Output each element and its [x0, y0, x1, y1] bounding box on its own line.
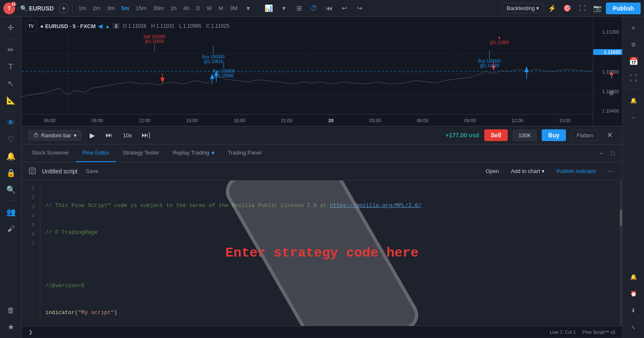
timeframe-30m[interactable]: 30m [151, 4, 166, 13]
timeframe-dropdown[interactable]: ▾ [242, 2, 255, 15]
timeframe-d[interactable]: D [194, 4, 203, 13]
compare-button[interactable]: ⚡ [545, 2, 559, 15]
time-12b: 12:00 [512, 118, 523, 123]
tab-replay-trading[interactable]: Replay Trading [166, 144, 221, 162]
chart-type-dropdown[interactable]: ▾ [277, 2, 291, 15]
price-scale-icon[interactable]: 📍 [604, 68, 619, 83]
sell-button[interactable]: Sell [484, 129, 508, 141]
buy-button[interactable]: Buy [542, 129, 566, 141]
replay-dot [212, 152, 214, 154]
tab-trading-panel[interactable]: Trading Panel [221, 144, 268, 162]
symbol-selector[interactable]: 🔍 EURUSD [17, 3, 57, 13]
chart-type-button[interactable]: 📊 [262, 2, 275, 15]
tab-pine-editor[interactable]: Pine Editor [76, 144, 116, 162]
clock-icon[interactable]: ⏰ [626, 286, 641, 301]
expand-icon[interactable]: ↔ [626, 110, 641, 125]
timeframe-15m[interactable]: 15m [133, 4, 149, 13]
minimize-panel-button[interactable]: − [595, 147, 607, 159]
star-tool[interactable]: ★ [3, 320, 18, 335]
maximize-panel-button[interactable]: □ [607, 147, 619, 159]
code-content[interactable]: // This Pine Script™ code is subject to … [40, 181, 622, 326]
publish-indicator-button[interactable]: Publish indicator [553, 166, 600, 176]
timeframe-2m[interactable]: 2m [90, 4, 103, 13]
people-tool[interactable]: 👥 [3, 204, 18, 220]
timeframe-w[interactable]: W [204, 4, 214, 13]
flatten-button[interactable]: Flatten [571, 130, 599, 141]
screenshot-button[interactable]: 📷 [591, 2, 604, 15]
step-forward-button[interactable]: ⏭ [103, 129, 115, 141]
replay-button[interactable]: ⏱ [307, 2, 321, 15]
fullscreen-right-icon[interactable]: ⛶ [626, 71, 641, 86]
resize-icon[interactable]: ⤡ [626, 320, 641, 335]
save-button[interactable]: Save [83, 166, 102, 176]
open-price: O 1.11026 [123, 23, 146, 29]
console-toggle[interactable]: ❯ [29, 329, 33, 335]
play-button[interactable]: ▶ [86, 129, 98, 141]
pencil-tool[interactable]: ✏ [3, 42, 18, 58]
lot-size-display: 100K [513, 130, 536, 141]
main-layout: ✛ ✏ T ↖ 📐 👁 ♡ 🔔 🔒 🔍 👥 🖌 🗑 ★ TV ● EURUSD … [0, 17, 644, 338]
brush-tool[interactable]: 🖌 [3, 221, 18, 236]
settings-chart-icon[interactable]: ⚙ [604, 86, 619, 101]
close-replay-button[interactable]: ✕ [604, 129, 615, 141]
alert-tool[interactable]: 🔔 [3, 149, 18, 164]
pine-editor-label: Pine Editor [83, 149, 109, 156]
replay-speed-selector[interactable]: 10x [120, 131, 135, 140]
draw-tool[interactable]: 📐 [3, 93, 18, 108]
search-tool[interactable]: 🔍 [3, 182, 18, 197]
redo-button[interactable]: ↪ [353, 2, 366, 15]
lock-tool[interactable]: 🔒 [3, 165, 18, 181]
timeframe-1h[interactable]: 1h [168, 4, 179, 13]
trash-tool[interactable]: 🗑 [3, 303, 18, 318]
alerts-right-icon[interactable]: 🔔 [626, 93, 641, 108]
publish-button[interactable]: Publish [606, 3, 641, 14]
watchlist-icon[interactable]: ≡ [626, 20, 641, 35]
replay-mode-label: Random bar [41, 132, 71, 139]
time-15b: 15:00 [559, 118, 571, 123]
svg-marker-14 [491, 66, 496, 71]
timeframe-4h[interactable]: 4h [181, 4, 192, 13]
bell-right-icon[interactable]: 🔔 [626, 269, 641, 284]
replay-end-button[interactable]: ⏭| [140, 129, 152, 141]
time-20: 20 [328, 118, 333, 123]
add-symbol-button[interactable]: + [59, 3, 69, 13]
undo-button[interactable]: ↩ [338, 2, 351, 15]
timeframe-1m[interactable]: 1m [76, 4, 88, 13]
expand-bottom-icon[interactable]: ⬇ [626, 303, 641, 318]
chart-area[interactable]: TV ● EURUSD · 5 · FXCM ◀ ▲ 2 O 1.11026 H… [22, 17, 622, 126]
code-line-4: //@version=5 [45, 281, 617, 291]
layout-button[interactable]: ⊞ [292, 2, 306, 15]
cursor-tool[interactable]: ↖ [3, 76, 18, 91]
tv-logo: TV [25, 20, 37, 32]
cursor-position: Line 7, Col 1 [550, 330, 576, 335]
timeframe-m[interactable]: M [216, 4, 226, 13]
timeframe-3m[interactable]: 3m [104, 4, 117, 13]
timeframe-5m[interactable]: 5m [119, 4, 132, 13]
backtesting-button[interactable]: Backtesting ▾ [502, 3, 544, 13]
pine-version: Pine Script™ v5 [582, 330, 615, 335]
text-tool[interactable]: T [3, 59, 18, 74]
scrollbar-thumb[interactable] [620, 210, 622, 226]
tab-stock-screener[interactable]: Stock Screener [25, 144, 76, 162]
line-numbers: 1 2 3 4 5 6 7 [22, 181, 40, 326]
code-editor[interactable]: 1 2 3 4 5 6 7 // This Pine Script™ code … [22, 181, 622, 326]
status-left-group: ❯ [29, 329, 33, 335]
eye-tool[interactable]: 👁 [3, 115, 18, 130]
speed-label: 10x [123, 132, 132, 139]
calendar-icon[interactable]: 📅 [626, 54, 641, 69]
heart-tool[interactable]: ♡ [3, 132, 18, 147]
fullscreen-button[interactable]: ⛶ [576, 2, 589, 15]
add-to-chart-button[interactable]: Add to chart ▾ [507, 166, 548, 176]
crosshair-tool[interactable]: ✛ [3, 20, 18, 35]
replay-mode-selector[interactable]: ⏱ Random bar ▾ [29, 130, 81, 141]
timeframe-3m-long[interactable]: 3M [227, 4, 240, 13]
avatar[interactable]: T 11 [3, 3, 15, 14]
script-title[interactable]: Untitled script [42, 168, 78, 175]
more-options-button[interactable]: ··· [605, 166, 615, 177]
editor-scrollbar[interactable] [620, 181, 622, 326]
skip-back-button[interactable]: ⏮ [322, 2, 336, 15]
open-button[interactable]: Open [482, 166, 502, 176]
settings-right-icon[interactable]: ⚙ [626, 37, 641, 52]
alerts-button[interactable]: 🎯 [561, 2, 574, 15]
tab-strategy-tester[interactable]: Strategy Tester [116, 144, 166, 162]
